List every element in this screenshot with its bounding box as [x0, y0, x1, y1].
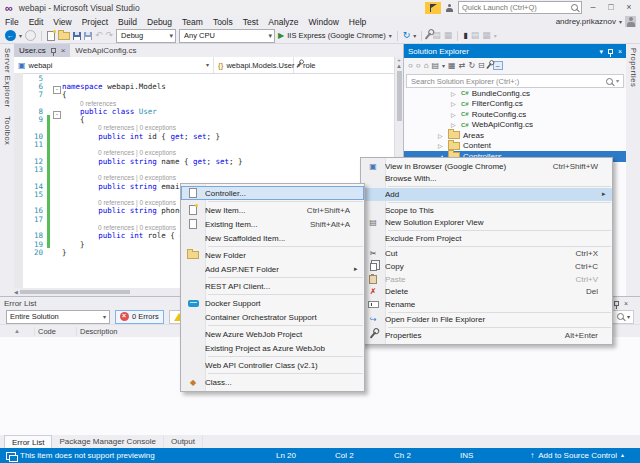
notifications-flag-icon[interactable] [425, 2, 441, 14]
solution-explorer-search-input[interactable]: Search Solution Explorer (Ctrl+;) [406, 74, 624, 88]
menu-item-view-in-browser-google-chrome[interactable]: ▣View in Browser (Google Chrome)Ctrl+Shi… [361, 160, 612, 173]
save-all-icon[interactable] [84, 32, 92, 40]
menu-tools[interactable]: Tools [208, 17, 238, 27]
forward-icon[interactable] [416, 62, 421, 70]
menu-analyze[interactable]: Analyze [263, 17, 303, 27]
home-icon[interactable] [424, 62, 429, 70]
collapse-all-icon[interactable] [478, 62, 485, 70]
signed-in-user[interactable]: andrey.prikaznov [556, 17, 616, 26]
menu-test[interactable]: Test [238, 17, 264, 27]
project-dropdown[interactable]: ▣ webapi [14, 57, 214, 73]
refresh-icon[interactable] [403, 31, 411, 40]
menu-item-rename[interactable]: Rename [361, 298, 612, 311]
open-file-icon[interactable] [58, 32, 70, 40]
tree-item-bundleconfig-cs[interactable]: ▷C#BundleConfig.cs [404, 88, 626, 99]
tool-tab-toolbox[interactable]: Toolbox [3, 116, 12, 145]
maximize-button[interactable] [604, 3, 618, 12]
panel-tab-output[interactable]: Output [164, 435, 203, 448]
minimize-button[interactable] [586, 3, 600, 12]
start-debugging-icon[interactable] [278, 32, 284, 40]
type-dropdown[interactable]: {} webapi.Models.User [214, 57, 294, 73]
menu-item-copy[interactable]: CopyCtrl+C [361, 260, 612, 273]
solution-explorer-title-bar[interactable]: Solution Explorer [404, 44, 626, 58]
navigate-back-caret-icon[interactable] [19, 33, 22, 39]
menu-view[interactable]: View [48, 17, 76, 27]
menu-item-properties[interactable]: PropertiesAlt+Enter [361, 329, 612, 342]
menu-item-browse-with[interactable]: Browse With... [361, 173, 612, 186]
menu-help[interactable]: Help [344, 17, 371, 27]
chevron-collapsed-icon[interactable]: ▷ [438, 132, 445, 139]
fold-collapse-icon[interactable]: - [52, 77, 62, 95]
back-icon[interactable] [408, 62, 413, 70]
menu-item-cut[interactable]: ✂CutCtrl+X [361, 248, 612, 261]
column-code[interactable]: Code [34, 327, 76, 336]
attach-tool-icon[interactable] [425, 32, 432, 39]
tool-tab-properties[interactable]: Properties [629, 48, 638, 87]
tree-item-content[interactable]: ▷Content [404, 141, 626, 152]
properties-icon[interactable] [486, 62, 492, 68]
menu-edit[interactable]: Edit [24, 17, 49, 27]
menu-item-new-azure-webjob-project[interactable]: New Azure WebJob Project [181, 327, 364, 341]
tree-item-webapiconfig-cs[interactable]: ▷C#WebApiConfig.cs [404, 120, 626, 131]
menu-item-web-api-controller-class-v2-1[interactable]: Web API Controller Class (v2.1) [181, 358, 364, 372]
menu-item-exclude-from-project[interactable]: Exclude From Project [361, 232, 612, 245]
menu-item-controller[interactable]: Controller... [181, 186, 364, 200]
menu-item-add[interactable]: Add▸ [361, 188, 612, 201]
menu-file[interactable]: File [0, 17, 24, 27]
menu-item-class[interactable]: ◆Class... [181, 375, 364, 389]
new-file-icon[interactable] [47, 31, 55, 41]
menu-item-rest-api-client[interactable]: REST API Client... [181, 279, 364, 293]
solution-platform-select[interactable]: Any CPU [179, 29, 275, 43]
pin-icon[interactable] [614, 301, 619, 306]
chevron-collapsed-icon[interactable]: ▷ [438, 142, 445, 149]
menu-item-new-scaffolded-item[interactable]: New Scaffolded Item... [181, 231, 364, 245]
scrollbar-thumb[interactable] [397, 71, 402, 121]
panel-tab-package-manager-console[interactable]: Package Manager Console [52, 435, 164, 448]
undo-icon[interactable] [95, 31, 103, 40]
menu-item-existing-project-as-azure-webjob[interactable]: Existing Project as Azure WebJob [181, 341, 364, 355]
menu-item-container-orchestrator-support[interactable]: Container Orchestrator Support [181, 310, 364, 324]
tree-item-filterconfig-cs[interactable]: ▷C#FilterConfig.cs [404, 99, 626, 110]
pending-changes-filter-icon[interactable] [448, 62, 456, 70]
user-avatar[interactable] [625, 16, 636, 27]
menu-item-existing-item[interactable]: Existing Item...Shift+Alt+A [181, 217, 364, 231]
feedback-icon[interactable] [445, 4, 454, 12]
caret-down-icon[interactable] [616, 78, 619, 84]
menu-item-add-asp-net-folder[interactable]: Add ASP.NET Folder▸ [181, 262, 364, 276]
navigate-back-icon[interactable] [5, 30, 16, 41]
menu-team[interactable]: Team [177, 17, 208, 27]
caret-down-icon[interactable] [442, 63, 445, 69]
chevron-collapsed-icon[interactable]: ▷ [451, 121, 458, 128]
redo-icon[interactable] [106, 31, 114, 40]
scrollbar-thumb[interactable] [20, 290, 130, 294]
solution-configuration-select[interactable]: Debug [116, 29, 176, 43]
menu-debug[interactable]: Debug [142, 17, 177, 27]
fold-collapse-icon[interactable]: - [52, 102, 62, 120]
run-target-caret-icon[interactable] [389, 33, 392, 39]
pin-icon[interactable] [51, 48, 56, 53]
navigate-forward-icon[interactable] [25, 30, 36, 41]
close-icon[interactable] [618, 48, 622, 55]
tree-item-routeconfig-cs[interactable]: ▷C#RouteConfig.cs [404, 109, 626, 120]
menu-item-new-folder[interactable]: New Folder [181, 248, 364, 262]
scroll-up-icon[interactable] [396, 63, 402, 69]
toolbar-overflow-caret-icon[interactable] [494, 33, 497, 39]
menu-item-new-solution-explorer-view[interactable]: ▤New Solution Explorer View [361, 216, 612, 229]
sync-with-active-document-icon[interactable] [459, 62, 466, 70]
refresh-caret-icon[interactable] [413, 33, 416, 39]
close-icon[interactable] [61, 47, 66, 55]
member-dropdown[interactable]: role [294, 57, 394, 73]
scroll-left-icon[interactable] [14, 290, 18, 295]
menu-item-docker-support[interactable]: Docker Support [181, 296, 364, 310]
close-button[interactable] [622, 3, 636, 12]
tree-item-areas[interactable]: ▷Areas [404, 130, 626, 141]
refresh-icon[interactable] [468, 62, 475, 70]
add-to-source-control-button[interactable]: Add to Source Control [530, 451, 634, 460]
severity-column-icon[interactable] [0, 328, 34, 334]
close-icon[interactable] [624, 300, 628, 307]
errors-filter-button[interactable]: 0 Errors [115, 310, 164, 324]
bookmark-icon[interactable] [463, 32, 467, 40]
pin-icon[interactable] [608, 49, 613, 54]
menu-item-delete[interactable]: ✗DeleteDel [361, 285, 612, 298]
quick-launch-input[interactable]: Quick Launch (Ctrl+Q) [458, 1, 582, 14]
